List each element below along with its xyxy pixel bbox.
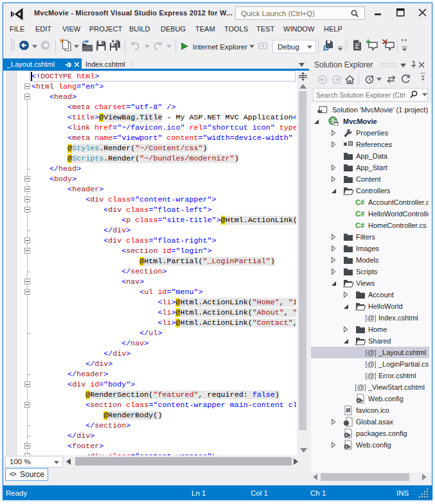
svg-text:[@]: [@] (355, 383, 366, 391)
svg-text:[@]: [@] (366, 314, 376, 322)
svg-text:[@]: [@] (366, 372, 376, 379)
svg-text:[@]: [@] (366, 360, 376, 368)
svg-text:C#: C# (355, 210, 364, 218)
svg-text:C#: C# (355, 198, 364, 206)
svg-text:[@]: [@] (366, 349, 376, 356)
svg-text:C#: C# (355, 222, 364, 229)
